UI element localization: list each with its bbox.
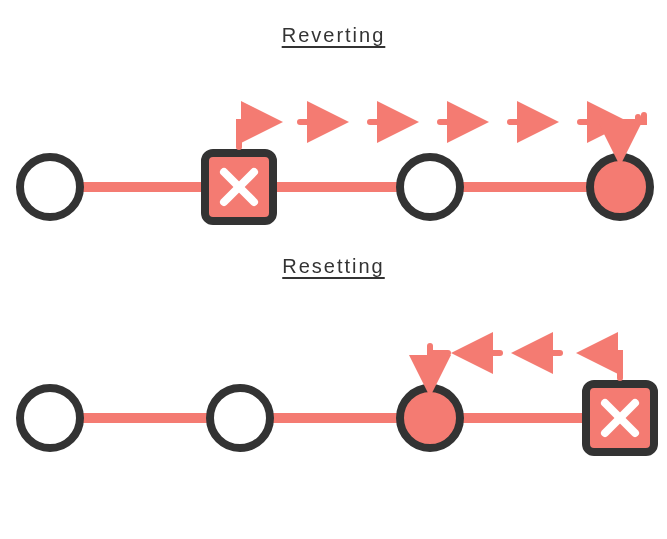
resetting-diagram bbox=[0, 278, 667, 478]
arrow-down-icon bbox=[620, 115, 644, 145]
reset-target-node bbox=[400, 388, 460, 448]
reset-arrows bbox=[430, 346, 620, 378]
bad-commit-square bbox=[586, 384, 654, 452]
commit-node bbox=[20, 388, 80, 448]
commit-node bbox=[210, 388, 270, 448]
reverting-diagram bbox=[0, 47, 667, 247]
bad-commit-square bbox=[205, 153, 273, 221]
revert-arrows bbox=[239, 117, 638, 147]
commit-node bbox=[400, 157, 460, 217]
arrow-up-right-icon bbox=[239, 122, 262, 147]
reverting-title: Reverting bbox=[0, 0, 667, 47]
revert-commit-node bbox=[590, 157, 650, 217]
arrow-up-left-icon bbox=[597, 353, 620, 378]
resetting-title: Resetting bbox=[0, 247, 667, 278]
commit-node bbox=[20, 157, 80, 217]
